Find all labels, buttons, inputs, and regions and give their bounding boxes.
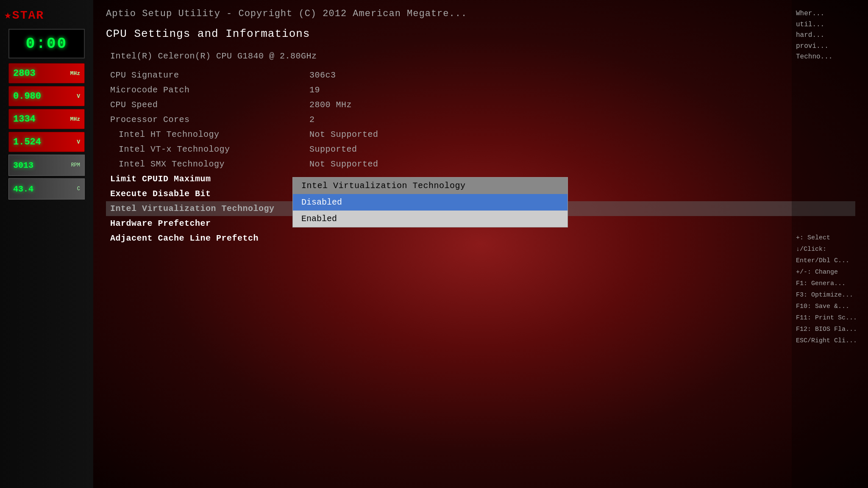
shortcut-f11: F11: Print Sc... — [796, 312, 864, 324]
shortcut-select: +: Select — [796, 232, 864, 244]
mem-mhz-gauge: 1334 MHz — [8, 109, 85, 129]
dropdown-option-enabled-label: Enabled — [301, 214, 337, 224]
mem-mhz-unit: MHz — [70, 116, 80, 122]
fan-value: 3013 — [13, 161, 33, 170]
dropdown-option-disabled-label: Disabled — [301, 197, 342, 207]
left-sidebar: ★STAR 0:00 2803 MHz 0.980 V 1334 MHz 1.5… — [0, 0, 93, 488]
shortcut-click: ↓/Click: — [796, 244, 864, 255]
setting-vt-technology-name: Intel Virtualization Technology — [106, 204, 309, 214]
help-line-4: provi... — [796, 41, 864, 52]
cpu-voltage-gauge: 0.980 V — [8, 86, 85, 106]
clock-display: 0:00 — [8, 29, 85, 58]
setting-vtx-technology-value: Supported — [309, 144, 357, 154]
setting-smx-technology-value: Not Supported — [309, 159, 378, 169]
setting-cpu-signature[interactable]: CPU Signature 306c3 — [106, 68, 855, 83]
shortcut-esc: ESC/Right Cli... — [796, 335, 864, 347]
setting-smx-technology[interactable]: Intel SMX Technology Not Supported — [106, 157, 855, 172]
shortcut-f1: F1: Genera... — [796, 278, 864, 289]
shortcut-change: +/-: Change — [796, 266, 864, 278]
setting-cpu-speed-value: 2800 MHz — [309, 100, 352, 110]
dropdown-option-enabled[interactable]: Enabled — [293, 211, 568, 227]
setting-cpu-signature-name: CPU Signature — [106, 70, 309, 80]
dropdown-title: Intel Virtualization Technology — [293, 177, 568, 194]
setting-adjacent-cache-name: Adjacent Cache Line Prefetch — [106, 233, 309, 243]
logo: ★STAR — [0, 4, 93, 25]
shortcut-f3: F3: Optimize... — [796, 289, 864, 301]
right-panel: Wher... util... hard... provi... Techno.… — [792, 0, 868, 488]
setting-adjacent-cache[interactable]: Adjacent Cache Line Prefetch — [106, 231, 855, 246]
section-heading-text: CPU Settings and Informations — [106, 28, 310, 40]
title-text: Aptio Setup Utility - Copyright (C) 2012… — [106, 8, 467, 19]
cpu-model: Intel(R) Celeron(R) CPU G1840 @ 2.80GHz — [106, 49, 855, 64]
help-line-5: Techno... — [796, 52, 864, 63]
shortcut-enter: Enter/Dbl C... — [796, 255, 864, 266]
mem-voltage-unit: V — [77, 139, 80, 145]
setting-execute-disable-name: Execute Disable Bit — [106, 189, 309, 199]
setting-ht-technology[interactable]: Intel HT Technology Not Supported — [106, 127, 855, 142]
setting-microcode-patch[interactable]: Microcode Patch 19 — [106, 83, 855, 97]
setting-ht-technology-name: Intel HT Technology — [106, 130, 309, 139]
dropdown-popup[interactable]: Intel Virtualization Technology Disabled… — [292, 177, 568, 227]
right-panel-shortcuts: +: Select ↓/Click: Enter/Dbl C... +/-: C… — [796, 232, 864, 347]
setting-vtx-technology-name: Intel VT-x Technology — [106, 144, 309, 154]
cpu-model-text: Intel(R) Celeron(R) CPU G1840 @ 2.80GHz — [110, 51, 317, 61]
cpu-voltage-unit: V — [77, 93, 80, 100]
clock-value: 0:00 — [26, 35, 67, 53]
setting-microcode-patch-name: Microcode Patch — [106, 85, 309, 95]
fan-display: 3013 RPM — [8, 155, 85, 176]
temp-display: 43.4 C — [8, 178, 85, 200]
cpu-mhz-unit: MHz — [70, 70, 80, 77]
cpu-mhz-value: 2803 — [13, 68, 36, 79]
setting-vtx-technology[interactable]: Intel VT-x Technology Supported — [106, 142, 855, 157]
title-bar: Aptio Setup Utility - Copyright (C) 2012… — [106, 8, 855, 19]
setting-microcode-patch-value: 19 — [309, 85, 320, 95]
fan-unit: RPM — [71, 162, 80, 168]
setting-hw-prefetcher-name: Hardware Prefetcher — [106, 219, 309, 228]
content-area: Aptio Setup Utility - Copyright (C) 2012… — [93, 0, 868, 488]
section-heading: CPU Settings and Informations — [106, 28, 855, 40]
help-line-1: Wher... — [796, 8, 864, 19]
help-line-3: hard... — [796, 30, 864, 41]
setting-ht-technology-value: Not Supported — [309, 130, 378, 139]
setting-cpu-speed[interactable]: CPU Speed 2800 MHz — [106, 97, 855, 112]
setting-limit-cpuid-name: Limit CPUID Maximum — [106, 174, 309, 184]
help-line-2: util... — [796, 19, 864, 30]
mem-voltage-gauge: 1.524 V — [8, 132, 85, 152]
setting-cpu-signature-value: 306c3 — [309, 70, 336, 80]
setting-smx-technology-name: Intel SMX Technology — [106, 159, 309, 169]
cpu-voltage-value: 0.980 — [13, 91, 41, 102]
dropdown-title-text: Intel Virtualization Technology — [301, 181, 466, 191]
dropdown-option-disabled[interactable]: Disabled — [293, 194, 568, 211]
right-panel-help: Wher... util... hard... provi... Techno.… — [796, 8, 864, 63]
logo-text: ★STAR — [4, 9, 44, 22]
shortcut-f10: F10: Save &... — [796, 301, 864, 312]
setting-processor-cores-value: 2 — [309, 115, 315, 125]
temp-unit: C — [77, 186, 80, 192]
shortcut-f12: F12: BIOS Fla... — [796, 324, 864, 335]
temp-value: 43.4 — [13, 184, 33, 194]
setting-processor-cores-name: Processor Cores — [106, 115, 309, 125]
mem-mhz-value: 1334 — [13, 114, 36, 125]
setting-processor-cores[interactable]: Processor Cores 2 — [106, 112, 855, 127]
cpu-mhz-gauge: 2803 MHz — [8, 63, 85, 83]
mem-voltage-value: 1.524 — [13, 137, 41, 147]
setting-cpu-speed-name: CPU Speed — [106, 100, 309, 110]
